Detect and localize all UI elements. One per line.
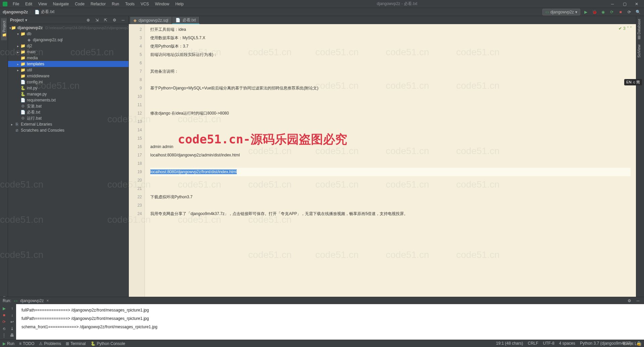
tree-item-util[interactable]: ▸📁util xyxy=(8,67,128,73)
down-icon[interactable]: ↓ xyxy=(11,313,13,318)
tree-item-config.ini[interactable]: 📄config.ini xyxy=(8,79,128,85)
restart-icon[interactable]: ⟳ xyxy=(2,320,6,324)
maximize-button[interactable]: ▢ xyxy=(620,1,629,7)
menu-help[interactable]: Help xyxy=(173,1,186,7)
database-tool-tab[interactable]: 🗄 Database xyxy=(636,16,642,42)
tree-item-安装.bat[interactable]: ⚙安装.bat xyxy=(8,103,128,109)
scratches[interactable]: ⎚ Scratches and Consoles xyxy=(8,127,128,133)
project-title[interactable]: Project xyxy=(10,18,24,22)
up-icon[interactable]: ↑ xyxy=(11,306,13,311)
menu-navigate[interactable]: Navigate xyxy=(50,1,71,7)
tool-run[interactable]: ▶Run xyxy=(3,341,14,346)
expand-icon[interactable]: ⇲ xyxy=(94,17,100,23)
run-button[interactable]: ▶ xyxy=(582,9,589,15)
menu-file[interactable]: File xyxy=(10,1,22,7)
tree-item-init.py[interactable]: 🐍init.py xyxy=(8,85,128,91)
code-line-10[interactable] xyxy=(150,92,631,101)
settings-icon[interactable]: ⚙ xyxy=(111,17,118,23)
code-line-6[interactable] xyxy=(150,59,631,67)
menu-edit[interactable]: Edit xyxy=(22,1,35,7)
exit-icon[interactable]: ⎋ xyxy=(3,326,5,331)
tree-item-必看.txt[interactable]: 📄必看.txt xyxy=(8,109,128,115)
locate-icon[interactable]: ⊕ xyxy=(85,17,92,23)
code-line-2[interactable]: 打开工具前端：idea xyxy=(150,25,631,34)
code-line-18[interactable] xyxy=(150,159,631,168)
tree-item-media[interactable]: 📁media xyxy=(8,55,128,61)
menu-run[interactable]: Run xyxy=(109,1,122,7)
menu-vcs[interactable]: VCS xyxy=(138,1,152,7)
menu-refactor[interactable]: Refactor xyxy=(88,1,108,7)
tree-item-djangowvp2z.sql[interactable]: ◆djangowvp2z.sql xyxy=(8,37,128,43)
tree-item-dj2[interactable]: ▸📁dj2 xyxy=(8,43,128,49)
code-line-20[interactable] xyxy=(150,176,631,185)
code-line-12[interactable]: 修改django 在idea运行时的端口8000->8080 xyxy=(150,109,631,118)
code-line-4[interactable]: 使用Python版本：3.7 xyxy=(150,42,631,51)
indent[interactable]: 4 spaces xyxy=(559,341,575,346)
tree-item-templates[interactable]: ▸📁templates xyxy=(8,61,128,67)
tool-todo[interactable]: ≡TODO xyxy=(19,341,34,346)
close-button[interactable]: ✕ xyxy=(632,1,641,7)
tree-item-manage.py[interactable]: 🐍manage.py xyxy=(8,91,128,97)
code-line-22[interactable]: 下载虚拟环境Python3.7 xyxy=(150,193,631,201)
project-tool-tab[interactable]: 📁 Project xyxy=(1,18,7,40)
coverage-button[interactable]: ◉ xyxy=(600,9,606,15)
run-hide-icon[interactable]: ─ xyxy=(635,297,641,304)
tree-item-requirements.txt[interactable]: 📄requirements.txt xyxy=(8,97,128,103)
menu-window[interactable]: Window xyxy=(152,1,172,7)
tree-root[interactable]: ▾📁 djangowvp2z D:\releaseComp\24-08\9\dj… xyxy=(8,25,128,31)
code-line-3[interactable]: 使用数据库版本：MySQL5.7.X xyxy=(150,34,631,42)
code-line-21[interactable] xyxy=(150,185,631,193)
code-editor[interactable]: 打开工具前端：idea使用数据库版本：MySQL5.7.X使用Python版本：… xyxy=(145,24,636,340)
code-line-9[interactable]: 基于Python+Django+MySQL+Vue前后端分离的基于协同过滤算法的… xyxy=(150,84,631,92)
code-line-11[interactable] xyxy=(150,101,631,109)
code-line-5[interactable]: 前端访问地址(以前段实际运行为准)： xyxy=(150,51,631,59)
tree-item-运行.bat[interactable]: ⚙运行.bat xyxy=(8,115,128,121)
sciview-tool-tab[interactable]: SciView xyxy=(636,42,642,60)
run-panel-config[interactable]: djangowvp2z xyxy=(20,298,44,303)
tree-item-xmiddleware[interactable]: 📁xmiddleware xyxy=(8,73,128,79)
code-line-8[interactable] xyxy=(150,76,631,84)
caret-position[interactable]: 19:1 (48 chars) xyxy=(496,341,523,346)
line-separator[interactable]: CRLF xyxy=(528,341,538,346)
more-icon[interactable]: ⋮ xyxy=(2,333,6,338)
run-settings-icon[interactable]: ⚙ xyxy=(626,297,633,304)
tab-txt[interactable]: 📄 必看.txt xyxy=(172,17,200,24)
update-button[interactable]: ⟳ xyxy=(626,9,633,15)
close-tab-icon[interactable]: × xyxy=(46,298,49,303)
code-line-7[interactable]: 其他备注说明： xyxy=(150,67,631,76)
encoding[interactable]: UTF-8 xyxy=(543,341,554,346)
code-line-24[interactable]: 我用夸克网盘分享了「djangoo9m4k37.7z」，点击链接即可保存。打开「… xyxy=(150,210,631,218)
profile-button[interactable]: ⟳ xyxy=(608,9,615,15)
external-libraries[interactable]: ▸⎘ External Libraries xyxy=(8,121,128,127)
search-button[interactable]: 🔍 xyxy=(635,9,641,15)
menu-tools[interactable]: Tools xyxy=(122,1,137,7)
breadcrumb-file[interactable]: 必看.txt xyxy=(41,9,54,15)
breadcrumb-project[interactable]: djangowvp2z xyxy=(3,10,28,14)
run-console[interactable]: fullPath==============> /djangowvp2z/fro… xyxy=(16,304,644,340)
inspection-indicator[interactable]: ✔3 ˄ ˅ xyxy=(619,26,632,31)
tab-sql[interactable]: ◆ djangowvp2z.sql xyxy=(130,17,172,24)
scroll-icon[interactable]: ⤓ xyxy=(10,326,14,331)
rerun-icon[interactable]: ▶ xyxy=(3,306,6,311)
collapse-icon[interactable]: ⇱ xyxy=(102,17,109,23)
lock-icon[interactable]: 🔒 xyxy=(636,341,641,346)
tree-item-db[interactable]: ▾📁db xyxy=(8,31,128,37)
stop-icon[interactable]: ■ xyxy=(3,313,5,318)
minimize-button[interactable]: ─ xyxy=(608,1,617,7)
tool-problems[interactable]: ⚠Problems xyxy=(39,341,61,346)
interpreter[interactable]: Python 3.7 (djangoo9m4k37) xyxy=(580,341,632,346)
print-icon[interactable]: 🖶 xyxy=(10,333,14,338)
code-line-19[interactable]: localhost:8080/djangowvp2z/front/dist/in… xyxy=(150,168,631,176)
run-config-selector[interactable]: ▭ djangowvp2z ▾ xyxy=(542,9,580,15)
project-tree[interactable]: ▾📁 djangowvp2z D:\releaseComp\24-08\9\dj… xyxy=(8,24,128,340)
tool-pyconsole[interactable]: 🐍Python Console xyxy=(91,341,125,346)
code-line-17[interactable]: localhost:8080/djangowvp2z/admin/dist/in… xyxy=(150,151,631,159)
wrap-icon[interactable]: ↩ xyxy=(10,320,14,324)
menu-code[interactable]: Code xyxy=(72,1,87,7)
debug-button[interactable]: 🐞 xyxy=(591,9,598,15)
tree-item-main[interactable]: ▸📁main xyxy=(8,49,128,55)
hide-icon[interactable]: ─ xyxy=(120,17,126,23)
stop-button[interactable]: ■ xyxy=(617,9,624,15)
code-line-13[interactable] xyxy=(150,118,631,126)
tool-terminal[interactable]: ⊞Terminal xyxy=(66,341,86,346)
